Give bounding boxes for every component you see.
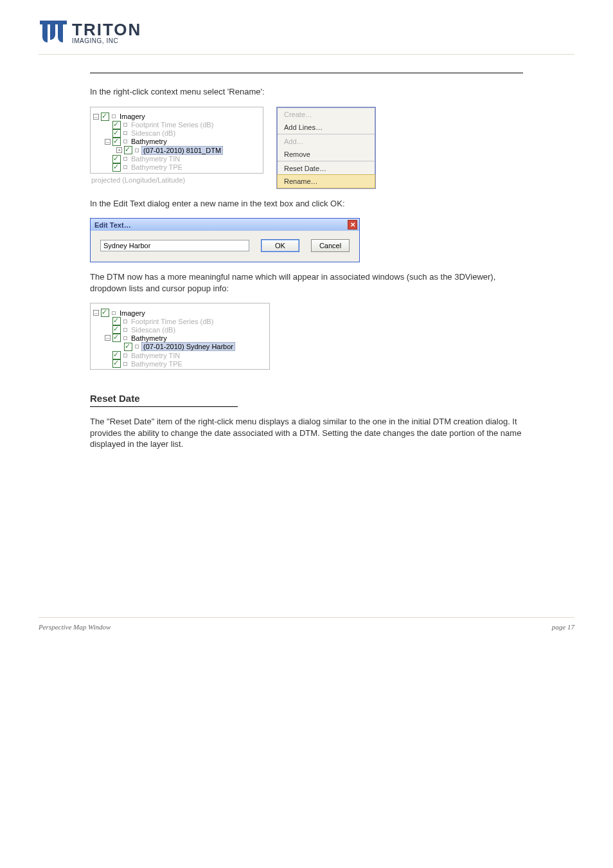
checkbox[interactable]: [112, 163, 121, 172]
tree-item[interactable]: Bathymetry: [130, 334, 168, 342]
menu-remove[interactable]: Remove: [278, 148, 375, 161]
subheading-reset-date: Reset Date: [90, 393, 523, 405]
tree-item[interactable]: Sidescan (dB): [130, 129, 177, 137]
collapse-icon[interactable]: –: [93, 114, 99, 120]
collapse-icon[interactable]: –: [105, 335, 111, 341]
dialog-title: Edit Text…: [94, 221, 131, 229]
box-icon: [135, 345, 139, 348]
menu-create[interactable]: Create…: [278, 108, 375, 121]
para-result: The DTM now has a more meaningful name w…: [90, 271, 523, 294]
box-icon: [112, 114, 116, 118]
tree-item[interactable]: Bathymetry TIN: [130, 155, 181, 163]
box-icon: [123, 328, 127, 332]
menu-add-lines[interactable]: Add Lines…: [278, 121, 375, 134]
layer-tree-after: –Imagery Footprint Time Series (dB) Side…: [90, 303, 270, 370]
edit-text-dialog: Edit Text… ✕ OK Cancel: [90, 218, 360, 262]
logo-icon: [39, 18, 68, 48]
box-icon: [123, 336, 127, 340]
rename-input[interactable]: [100, 240, 249, 251]
figure-tree-and-menu: –Imagery Footprint Time Series (dB) Side…: [90, 107, 523, 189]
checkbox[interactable]: [124, 343, 132, 351]
tree-item[interactable]: Bathymetry TIN: [130, 352, 181, 359]
tree-item[interactable]: Imagery: [118, 113, 147, 120]
box-icon: [123, 123, 127, 127]
collapse-icon[interactable]: –: [93, 310, 99, 316]
box-icon: [123, 362, 127, 366]
tree-item[interactable]: Bathymetry TPE: [130, 360, 184, 368]
context-menu: Create… Add Lines… Add… Remove Reset Dat…: [276, 107, 376, 189]
intro-text: In the right-click context menu select '…: [90, 86, 523, 98]
box-icon: [123, 140, 127, 143]
cancel-button[interactable]: Cancel: [311, 239, 350, 252]
checkbox[interactable]: [101, 309, 109, 317]
menu-add[interactable]: Add…: [278, 135, 375, 148]
footer-right: page 17: [552, 623, 574, 631]
tree-item[interactable]: Imagery: [118, 309, 147, 317]
menu-rename[interactable]: Rename…: [277, 174, 375, 188]
para-reset-date: The "Reset Date" item of the right-click…: [90, 416, 523, 450]
box-icon: [123, 354, 127, 357]
page-footer: Perspective Map Window page 17: [39, 617, 574, 631]
tree-item[interactable]: Bathymetry TPE: [130, 163, 184, 171]
box-icon: [123, 320, 127, 323]
footer-left: Perspective Map Window: [39, 623, 111, 631]
box-icon: [123, 165, 127, 169]
para-edit-text: In the Edit Text dialog enter a new name…: [90, 198, 523, 210]
checkbox[interactable]: [112, 334, 121, 342]
tree-item[interactable]: Bathymetry: [130, 138, 168, 145]
page-header: TRITON IMAGING, INC: [39, 18, 574, 55]
layer-tree: –Imagery Footprint Time Series (dB) Side…: [90, 107, 263, 174]
collapse-icon[interactable]: –: [105, 139, 111, 145]
box-icon: [123, 131, 127, 135]
tree-item-selected[interactable]: (07-01-2010) 8101_DTM: [141, 146, 223, 155]
logo-title: TRITON: [72, 21, 141, 38]
checkbox[interactable]: [112, 138, 121, 146]
tree-item[interactable]: Footprint Time Series (dB): [130, 121, 215, 129]
rule: [90, 406, 238, 407]
tree-item[interactable]: Footprint Time Series (dB): [130, 318, 215, 325]
menu-reset-date[interactable]: Reset Date…: [278, 162, 375, 175]
checkbox[interactable]: [112, 359, 121, 368]
box-icon: [123, 157, 127, 161]
ok-button[interactable]: OK: [261, 239, 299, 252]
checkbox[interactable]: [101, 113, 109, 121]
expand-icon[interactable]: +: [116, 147, 122, 153]
checkbox[interactable]: [124, 146, 132, 154]
box-icon: [112, 311, 116, 315]
close-icon[interactable]: ✕: [348, 220, 357, 230]
box-icon: [135, 149, 139, 152]
tree-item-selected[interactable]: (07-01-2010) Sydney Harbor: [141, 342, 235, 351]
projection-label: projected (Longitude/Latitude): [91, 176, 263, 184]
rule: [90, 73, 523, 73]
tree-item[interactable]: Sidescan (dB): [130, 326, 177, 334]
logo: TRITON IMAGING, INC: [39, 18, 574, 48]
